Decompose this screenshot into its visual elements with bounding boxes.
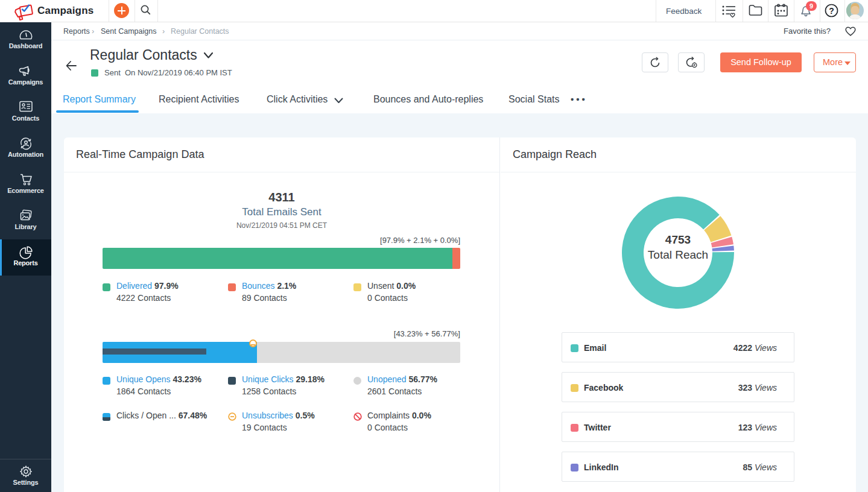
svg-text:?: ?: [829, 6, 834, 16]
